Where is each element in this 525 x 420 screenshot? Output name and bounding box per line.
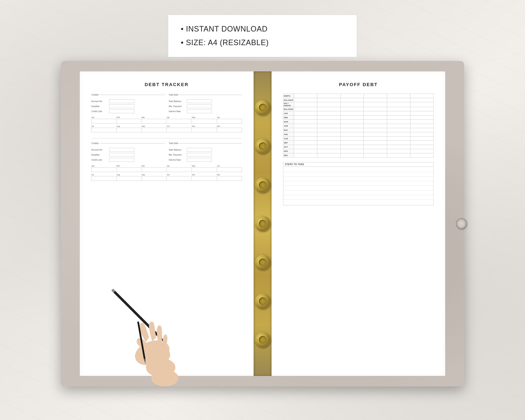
ring-1 — [255, 100, 270, 115]
month-mar-2: Mar — [141, 165, 167, 167]
sep-col2 — [317, 141, 340, 145]
month-grid-2a: Jan Feb Mar Apr May Jun — [91, 165, 242, 172]
step-line-4 — [283, 181, 433, 186]
month-nov-2: Nov — [192, 174, 217, 176]
apr-col4 — [364, 124, 387, 128]
feb-col3 — [340, 115, 364, 120]
feb-col1 — [294, 115, 317, 120]
nov-col4 — [364, 149, 387, 153]
cell-jan-2 — [92, 168, 117, 172]
cell-jun-2 — [217, 168, 242, 172]
month-sep-1: Sep — [141, 125, 167, 127]
jun-col5 — [387, 132, 410, 137]
step-line-6 — [283, 190, 433, 195]
month-jul-2: Jul — [91, 174, 117, 176]
jan-col1 — [294, 111, 317, 115]
instant-download-text: • INSTANT DOWNLOAD — [181, 22, 344, 36]
jan-col5 — [387, 111, 410, 115]
jun-col6 — [410, 132, 434, 137]
account-group-2: Account No — [91, 148, 165, 152]
debt-section-1: Creditor Total Debt Account No — [91, 94, 242, 132]
min-payment-group-2: Min .Payment — [169, 153, 242, 157]
credit-limit-box-1 — [109, 109, 134, 113]
month-cells-2b — [91, 176, 242, 181]
month-nov-1: Nov — [192, 125, 217, 127]
may-col6 — [410, 128, 434, 132]
may-col3 — [340, 128, 364, 132]
debts-col6 — [410, 94, 434, 98]
aug-col4 — [364, 137, 387, 141]
balance-col4 — [364, 98, 387, 102]
creditor-line-1 — [100, 95, 165, 95]
min-payment-group-1: Min .Payment — [169, 104, 242, 108]
credit-limit-box-2 — [109, 158, 134, 162]
aug-col3 — [340, 137, 364, 141]
balance2-col5 — [387, 107, 410, 111]
creditor-label-1: Creditor — [91, 94, 99, 96]
creditor-label-2: Creditor — [91, 142, 99, 144]
cell-nov-1 — [192, 128, 217, 132]
month-grid-1a: Jan Feb Mar Apr May Jun — [91, 116, 242, 123]
nov-col2 — [317, 149, 340, 153]
balance2-col3 — [340, 107, 364, 111]
step-line-7 — [283, 195, 433, 200]
month-jan-1: Jan — [91, 116, 117, 118]
sep-label: SEP — [283, 141, 294, 145]
aug-col5 — [387, 137, 410, 141]
cell-feb-1 — [117, 119, 141, 123]
may-col5 — [387, 128, 410, 132]
step-line-8 — [283, 200, 433, 204]
month-feb-1: Feb — [117, 116, 142, 118]
debts-col3 — [340, 94, 364, 98]
aug-col1 — [294, 137, 317, 141]
steps-lines — [283, 167, 433, 205]
start-balance-box-1 — [187, 99, 212, 103]
nov-col6 — [410, 149, 434, 153]
dec-col1 — [294, 153, 317, 158]
month-sep-2: Sep — [141, 174, 167, 176]
cell-mar-1 — [142, 119, 167, 123]
table-row-pay-month: PAY / MONTH — [283, 102, 434, 107]
nov-col1 — [294, 149, 317, 153]
cell-dec-1 — [217, 128, 242, 132]
account-start-row-1: Account No Start Balance — [91, 99, 242, 103]
interest-rate-label-2: Interest Rate — [169, 159, 187, 161]
credit-interest-row-1: Credit Limit Interest Rate — [91, 109, 242, 113]
month-grid-2b: Jul Aug Sep Oct Nov Dec — [91, 174, 242, 181]
ring-7 — [255, 332, 270, 347]
ring-6 — [255, 294, 270, 309]
month-grid-1b: Jul Aug Sep Oct Nov Dec — [91, 125, 242, 132]
size-text: • SIZE: A4 (RESIZABLE) — [181, 36, 344, 50]
table-row-apr: APR — [283, 124, 434, 128]
feb-label: FEB — [283, 115, 294, 120]
nov-col5 — [387, 149, 410, 153]
nov-col3 — [340, 149, 364, 153]
cell-sep-2 — [142, 176, 167, 181]
min-payment-label-2: Min .Payment — [169, 154, 187, 156]
may-col4 — [364, 128, 387, 132]
start-balance-box-2 — [187, 148, 212, 152]
mar-col5 — [387, 120, 410, 124]
oct-col1 — [294, 145, 317, 149]
balance2-col2 — [317, 107, 340, 111]
dec-col3 — [340, 153, 364, 158]
ring-4 — [255, 216, 270, 231]
credit-limit-group-2: Credit Limit — [91, 158, 165, 162]
credit-interest-row-2: Credit Limit Interest Rate — [91, 158, 242, 162]
cell-mar-2 — [142, 168, 167, 172]
month-may-2: May — [192, 165, 217, 167]
debts-col5 — [387, 94, 410, 98]
cell-aug-1 — [117, 128, 141, 132]
jun-col3 — [340, 132, 364, 137]
spine — [254, 71, 272, 376]
apr-col2 — [317, 124, 340, 128]
cell-aug-2 — [117, 176, 141, 181]
deadline-box-2 — [109, 153, 134, 157]
jun-col4 — [364, 132, 387, 137]
balance2-label: BALANCE — [283, 107, 294, 111]
aug-col6 — [410, 137, 434, 141]
month-may-1: May — [192, 116, 217, 118]
min-payment-box-1 — [187, 104, 212, 108]
feb-col5 — [387, 115, 410, 120]
account-box-1 — [109, 99, 134, 103]
